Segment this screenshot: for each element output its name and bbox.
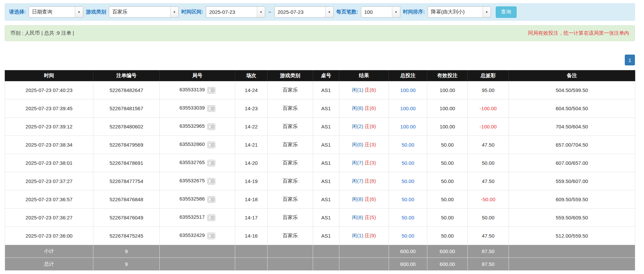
cell-total-bet: 50.00 (389, 154, 427, 172)
cell-payout: 95.00 (468, 81, 509, 99)
banker-result: 庄(9) (365, 233, 376, 238)
cell-session: 14-23 (235, 99, 268, 118)
table-row: 2025-07-23 07:36:57522678476848635532586… (5, 190, 635, 209)
cell-result: 闲(1) 庄(6) (339, 81, 389, 99)
page-size-select[interactable]: 100 ▼ (361, 6, 400, 18)
grand-total-count: 9 (93, 258, 160, 271)
cell-round-id: 635532429 (160, 227, 235, 245)
banker-result: 庄(6) (365, 196, 376, 202)
game-result-icon[interactable] (207, 160, 215, 166)
cell-note: 607.00/657.00 (509, 154, 635, 172)
payout-value: 47.50 (482, 142, 495, 148)
date-from-select[interactable]: 2025-07-23 ▼ (206, 6, 265, 18)
date-from-value: 2025-07-23 (206, 7, 257, 17)
player-result: 闲(2) (352, 123, 363, 129)
total-bet-link[interactable]: 50.00 (402, 233, 415, 239)
total-bet-link[interactable]: 50.00 (402, 142, 415, 148)
cell-table-no: AS1 (313, 99, 339, 118)
cell-valid-bet: 50.00 (427, 136, 468, 154)
total-bet-link[interactable]: 50.00 (402, 196, 415, 202)
game-result-icon[interactable] (207, 214, 215, 221)
search-button[interactable]: 查询 (496, 6, 517, 18)
cell-table-no: AS1 (313, 81, 339, 99)
date-to-value: 2025-07-23 (275, 7, 325, 17)
header-total-bet: 总投注 (389, 70, 427, 81)
cell-session: 14-24 (235, 81, 268, 99)
cell-time: 2025-07-23 07:39:45 (5, 99, 93, 118)
cell-game-type: 百家乐 (268, 227, 313, 245)
query-type-select[interactable]: 日期查询 ▼ (29, 6, 83, 18)
cell-bet-id: 522678476848 (93, 190, 160, 209)
game-result-icon[interactable] (207, 87, 215, 94)
chevron-down-icon[interactable]: ▼ (325, 7, 333, 17)
date-to-select[interactable]: 2025-07-23 ▼ (274, 6, 334, 18)
total-bet-link[interactable]: 50.00 (402, 178, 415, 184)
game-result-icon[interactable] (207, 105, 215, 112)
chevron-down-icon[interactable]: ▼ (483, 7, 491, 17)
table-row: 2025-07-23 07:39:45522678481567635533039… (5, 99, 635, 118)
subtotal-label: 小计 (5, 245, 93, 258)
cell-note: 512.00/559.50 (509, 227, 635, 245)
sort-order-label: 时间排序: (403, 9, 425, 15)
cell-valid-bet: 50.00 (427, 172, 468, 190)
cell-valid-bet: 100.00 (427, 99, 468, 118)
cell-game-type: 百家乐 (268, 136, 313, 154)
game-result-icon[interactable] (207, 123, 215, 130)
header-valid-bet: 有效投注 (427, 70, 468, 81)
total-bet-link[interactable]: 100.00 (400, 124, 416, 129)
total-bet-link[interactable]: 100.00 (400, 87, 416, 93)
payout-value: 47.50 (482, 233, 495, 239)
cell-table-no: AS1 (313, 154, 339, 172)
cell-payout: 50.00 (468, 209, 509, 227)
chevron-down-icon[interactable]: ▼ (392, 7, 400, 17)
game-result-icon[interactable] (207, 178, 215, 185)
cell-payout: 47.50 (468, 136, 509, 154)
cell-note: 704.50/604.50 (509, 118, 635, 136)
game-type-select[interactable]: 百家乐 ▼ (109, 6, 179, 18)
cell-session: 14-18 (235, 190, 268, 209)
table-row: 2025-07-23 07:36:27522678476049635532517… (5, 209, 635, 227)
cell-game-type: 百家乐 (268, 172, 313, 190)
currency-summary-text: 币别 : 人民币 | 总共 :9 注单 | (10, 30, 74, 36)
total-bet-link[interactable]: 100.00 (400, 105, 416, 111)
cell-payout: -50.00 (468, 190, 509, 209)
payout-value: 47.50 (482, 178, 495, 184)
chevron-down-icon[interactable]: ▼ (170, 7, 178, 17)
cell-note: 559.50/609.50 (509, 209, 635, 227)
cell-total-bet: 100.00 (389, 99, 427, 118)
cell-bet-id: 522678478691 (93, 154, 160, 172)
banker-result: 庄(9) (365, 123, 376, 129)
bet-table-body: 2025-07-23 07:40:23522678482647635533139… (5, 81, 635, 245)
player-result: 闲(7) (352, 178, 363, 184)
header-session: 场次 (235, 70, 268, 81)
cell-bet-id: 522678481567 (93, 99, 160, 118)
query-type-label: 请选择: (9, 9, 26, 15)
total-bet-link[interactable]: 50.00 (402, 215, 415, 220)
player-result: 闲(7) (352, 160, 363, 165)
subtotal-valid-bet: 600.00 (427, 245, 468, 258)
grand-total-row: 总计 9 600.00 600.00 87.50 (5, 258, 635, 271)
page-button-1[interactable]: 1 (625, 55, 635, 65)
chevron-down-icon[interactable]: ▼ (257, 7, 265, 17)
total-bet-link[interactable]: 50.00 (402, 160, 415, 166)
cell-total-bet: 50.00 (389, 136, 427, 154)
sort-order-select[interactable]: 降幂(由大到小) ▼ (428, 6, 491, 18)
game-result-icon[interactable] (207, 142, 215, 148)
cell-time: 2025-07-23 07:39:12 (5, 118, 93, 136)
player-result: 闲(1) (352, 233, 363, 238)
cell-valid-bet: 100.00 (427, 118, 468, 136)
date-range-separator: ~ (268, 9, 272, 15)
chevron-down-icon[interactable]: ▼ (75, 7, 83, 17)
game-result-icon[interactable] (207, 233, 215, 239)
banker-result: 庄(3) (365, 142, 376, 147)
cell-total-bet: 100.00 (389, 118, 427, 136)
game-result-icon[interactable] (207, 196, 215, 203)
payout-value: 95.00 (482, 87, 495, 93)
cell-note: 657.00/704.50 (509, 136, 635, 154)
grand-total-valid-bet: 600.00 (427, 258, 468, 271)
subtotal-count: 9 (93, 245, 160, 258)
cell-total-bet: 100.00 (389, 81, 427, 99)
player-result: 闲(0) (352, 142, 363, 147)
cell-result: 闲(1) 庄(9) (339, 227, 389, 245)
header-payout: 总派彩 (468, 70, 509, 81)
